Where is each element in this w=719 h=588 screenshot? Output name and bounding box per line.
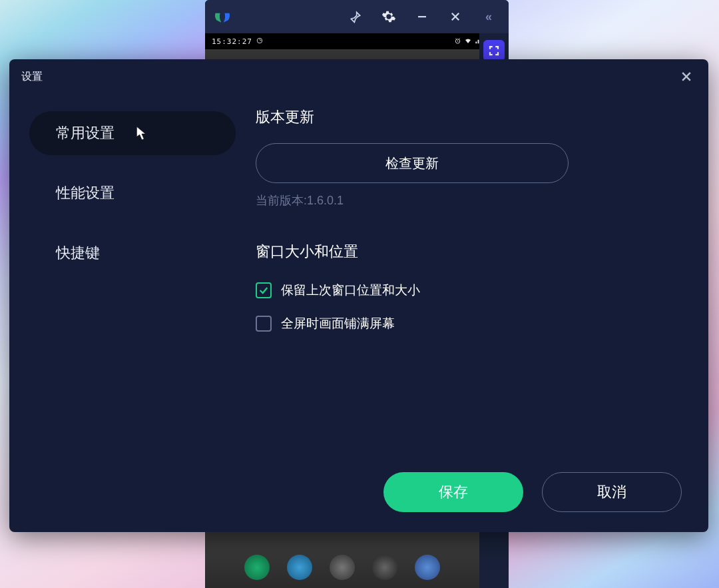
checkbox-label: 保留上次窗口位置和大小 [281,282,420,299]
dock-app-icon[interactable] [287,555,312,580]
button-label: 保存 [439,482,468,502]
close-icon[interactable] [443,5,467,29]
dialog-titlebar: 设置 [9,59,708,94]
wifi-icon [464,37,472,46]
current-version-label: 当前版本:1.6.0.1 [256,192,688,208]
dialog-footer: 保存 取消 [9,465,708,532]
settings-content: 版本更新 检查更新 当前版本:1.6.0.1 窗口大小和位置 保留上次窗口位置和… [236,107,688,465]
nav-item-label: 性能设置 [56,183,115,203]
dock-app-icon[interactable] [330,555,355,580]
minimize-icon[interactable] [410,5,434,29]
checkbox-keep-window-position[interactable]: 保留上次窗口位置和大小 [256,282,688,299]
alarm-icon [454,37,461,46]
music-icon [256,37,263,45]
cancel-button[interactable]: 取消 [542,472,682,512]
section-title-window: 窗口大小和位置 [256,242,688,262]
save-button[interactable]: 保存 [383,472,523,512]
dialog-title: 设置 [21,70,43,84]
checkbox-icon [256,316,272,332]
gear-icon[interactable] [377,5,401,29]
checkbox-fullscreen-fill[interactable]: 全屏时画面铺满屏幕 [256,315,688,332]
device-dock [205,547,479,588]
checkbox-label: 全屏时画面铺满屏幕 [281,315,395,332]
settings-dialog: 设置 常用设置 性能设置 快捷键 版本更新 检查更新 当前版本 [9,59,708,532]
status-time: 15:32:27 [212,37,252,46]
dock-app-icon[interactable] [372,555,397,580]
nav-item-shortcuts[interactable]: 快捷键 [29,231,236,275]
nav-item-performance[interactable]: 性能设置 [29,171,236,215]
svg-point-3 [257,38,262,43]
settings-nav: 常用设置 性能设置 快捷键 [29,107,236,465]
checkbox-icon [256,282,272,298]
nav-item-label: 快捷键 [56,243,100,263]
section-title-update: 版本更新 [256,107,688,127]
cursor-icon [136,126,148,144]
fullscreen-icon[interactable] [483,40,505,61]
dock-app-icon[interactable] [244,555,270,580]
device-status-bar: 15:32:27 [205,33,509,49]
app-logo-icon [213,7,232,26]
dialog-close-icon[interactable] [676,67,696,87]
emulator-titlebar: « [205,0,509,33]
button-label: 检查更新 [385,154,439,172]
nav-item-label: 常用设置 [56,123,115,143]
button-label: 取消 [597,482,626,502]
check-update-button[interactable]: 检查更新 [256,143,569,183]
dock-app-icon[interactable] [415,555,440,580]
nav-item-general[interactable]: 常用设置 [29,111,236,155]
pin-icon[interactable] [344,5,367,29]
collapse-sidebar-icon[interactable]: « [477,5,501,29]
